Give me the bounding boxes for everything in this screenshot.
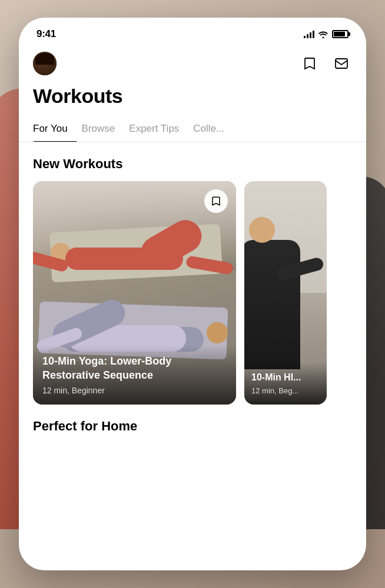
yoga-card[interactable]: 10-Min Yoga: Lower-Body Restorative Sequ… — [33, 181, 236, 405]
hiit-card-bg: 10-Min HI... 12 min, Beg... — [244, 181, 327, 405]
tab-expert-tips[interactable]: Expert Tips — [129, 117, 188, 142]
hiit-person-body — [244, 240, 300, 369]
status-time: 9:41 — [36, 28, 56, 40]
person2-head — [207, 322, 228, 343]
wifi-icon — [318, 30, 328, 38]
status-bar: 9:41 — [19, 18, 366, 47]
battery-fill — [334, 32, 345, 36]
battery-icon — [332, 30, 349, 38]
perfect-for-home-title: Perfect for Home — [33, 419, 352, 434]
svg-rect-0 — [336, 59, 347, 68]
yoga-card-meta: 12 min, Beginner — [42, 386, 227, 395]
signal-bar-3 — [310, 32, 311, 38]
page-title: Workouts — [19, 82, 366, 117]
mail-button[interactable] — [331, 53, 352, 74]
tab-navigation: For You Browse Expert Tips Colle... — [19, 117, 366, 142]
yoga-card-overlay: 10-Min Yoga: Lower-Body Restorative Sequ… — [33, 345, 236, 405]
signal-bar-2 — [307, 34, 308, 38]
status-icons — [304, 30, 349, 38]
signal-bar-1 — [304, 36, 306, 38]
avatar[interactable] — [33, 52, 57, 75]
header-icons — [299, 53, 352, 74]
tab-collections[interactable]: Colle... — [193, 117, 234, 142]
yoga-card-bg: 10-Min Yoga: Lower-Body Restorative Sequ… — [33, 181, 236, 405]
tab-browse[interactable]: Browse — [82, 117, 125, 142]
signal-bar-4 — [313, 31, 314, 38]
hiit-card-meta: 12 min, Beg... — [251, 386, 320, 395]
hiit-person-head — [249, 217, 275, 243]
avatar-image — [33, 52, 57, 75]
yoga-card-title: 10-Min Yoga: Lower-Body Restorative Sequ… — [42, 355, 227, 382]
perfect-for-home-section: Perfect for Home — [19, 419, 366, 434]
new-workouts-title: New Workouts — [33, 156, 352, 172]
hiit-card[interactable]: 10-Min HI... 12 min, Beg... — [244, 181, 327, 405]
hiit-card-overlay: 10-Min HI... 12 min, Beg... — [244, 362, 327, 405]
hiit-card-title: 10-Min HI... — [251, 372, 320, 384]
header — [19, 47, 366, 82]
yoga-card-bookmark[interactable] — [204, 189, 228, 213]
phone-card: 9:41 — [19, 18, 366, 570]
signal-icon — [304, 30, 314, 38]
tab-for-you[interactable]: For You — [33, 117, 77, 142]
content-area: New Workouts — [19, 142, 366, 405]
bookmark-button[interactable] — [299, 53, 320, 74]
workout-cards-row: 10-Min Yoga: Lower-Body Restorative Sequ… — [33, 181, 352, 405]
